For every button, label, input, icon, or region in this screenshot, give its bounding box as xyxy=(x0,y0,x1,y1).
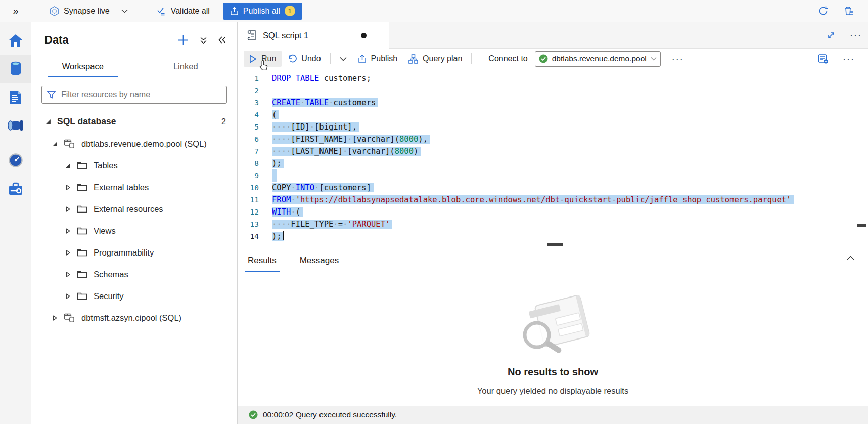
code-line[interactable]: 6····[FIRST_NAME]·[varchar](8000), xyxy=(238,133,868,145)
tree-item-views[interactable]: Views xyxy=(31,220,237,242)
tree-item-programmability[interactable]: Programmability xyxy=(31,242,237,264)
run-button[interactable]: Run xyxy=(244,51,282,67)
horizontal-scrollbar[interactable] xyxy=(547,243,563,246)
run-play-icon xyxy=(249,55,257,63)
expand-double-right-icon[interactable]: » xyxy=(0,5,31,17)
code-line[interactable]: 3CREATE·TABLE·customers xyxy=(238,97,868,109)
code-line[interactable]: 8); xyxy=(238,157,868,169)
tree-item-schemas[interactable]: Schemas xyxy=(31,264,237,285)
connection-value: dbtlabs.revenue.demo.pool xyxy=(552,54,647,63)
tree-item-label: External tables xyxy=(94,183,149,192)
double-chevron-down-icon[interactable] xyxy=(200,36,207,44)
text-cursor xyxy=(283,231,284,240)
connection-dropdown[interactable]: dbtlabs.revenue.demo.pool xyxy=(535,51,661,67)
tree-item-label: dbtmsft.azsyn.cipool (SQL) xyxy=(81,313,181,323)
refresh-icon[interactable] xyxy=(818,6,829,16)
publish-button[interactable]: Publish xyxy=(352,51,403,67)
tree-section-label: SQL database xyxy=(57,116,116,127)
code-line[interactable]: 11FROM·'https://dbtlabsynapsedatalake.bl… xyxy=(238,194,868,206)
line-number: 12 xyxy=(238,206,272,218)
folder-icon xyxy=(77,205,87,214)
tree-item-dbtlabs-revenue-demo-pool-sql[interactable]: dbtlabs.revenue.demo.pool (SQL) xyxy=(31,133,237,155)
line-number: 9 xyxy=(238,169,272,182)
code-line[interactable]: 1DROP TABLE customers; xyxy=(238,72,868,84)
status-text: 00:00:02 Query executed successfully. xyxy=(263,410,397,419)
code-line[interactable]: 9 xyxy=(238,169,868,182)
folder-icon xyxy=(77,270,87,279)
query-status-bar: 00:00:02 Query executed successfully. xyxy=(238,406,868,424)
tab-linked[interactable]: Linked xyxy=(134,57,238,77)
tab-more-ellipsis-icon[interactable]: ··· xyxy=(850,33,862,38)
code-line[interactable]: 13····FILE_TYPE·=·'PARQUET' xyxy=(238,218,868,230)
undo-arrow-icon xyxy=(287,54,297,63)
code-line[interactable]: 10COPY·INTO·[customers] xyxy=(238,182,868,194)
vertical-scrollbar[interactable] xyxy=(857,224,866,227)
line-content: ); xyxy=(272,230,284,242)
tree-collapsed-icon[interactable] xyxy=(65,272,71,277)
code-line[interactable]: 5····[ID]·[bigint], xyxy=(238,121,868,133)
resource-tree: SQL database 2 dbtlabs.revenue.demo.pool… xyxy=(31,111,237,329)
tree-collapsed-icon[interactable] xyxy=(65,228,71,234)
tree-section-sql-database[interactable]: SQL database 2 xyxy=(31,111,237,133)
sql-script-icon xyxy=(247,29,257,41)
line-content: ····[FIRST_NAME]·[varchar](8000), xyxy=(272,133,430,145)
expand-editor-icon[interactable] xyxy=(827,31,836,40)
tab-workspace[interactable]: Workspace xyxy=(31,57,134,77)
query-plan-button[interactable]: Query plan xyxy=(403,51,468,67)
tree-item-dbtmsft-azsyn-cipool-sql[interactable]: dbtmsft.azsyn.cipool (SQL) xyxy=(31,307,237,329)
validate-all-button[interactable]: Validate all xyxy=(156,7,210,16)
tree-item-label: Schemas xyxy=(94,270,128,279)
collapse-panel-icon[interactable] xyxy=(218,36,226,44)
nav-develop[interactable] xyxy=(0,83,31,111)
empty-state-subtitle: Your query yielded no displayable result… xyxy=(477,386,628,396)
code-line[interactable]: 12WITH·( xyxy=(238,206,868,218)
tree-collapsed-icon[interactable] xyxy=(52,315,58,321)
nav-integrate[interactable] xyxy=(0,111,31,140)
folder-icon xyxy=(77,292,87,301)
discard-trash-icon[interactable] xyxy=(844,6,854,16)
tree-expanded-icon[interactable] xyxy=(65,163,71,168)
tree-item-tables[interactable]: Tables xyxy=(31,155,237,177)
add-plus-icon[interactable] xyxy=(178,35,189,46)
collapse-chevron-up-icon[interactable] xyxy=(846,256,855,261)
filter-resources-input[interactable] xyxy=(60,90,221,100)
tree-item-external-resources[interactable]: External resources xyxy=(31,198,237,220)
script-settings-icon[interactable] xyxy=(818,54,829,64)
nav-home[interactable] xyxy=(0,26,31,55)
filter-funnel-icon xyxy=(47,91,56,99)
sql-code-editor[interactable]: 1DROP TABLE customers;23CREATE·TABLE·cus… xyxy=(238,69,868,248)
line-number: 13 xyxy=(238,218,272,230)
line-content xyxy=(272,169,277,182)
line-content: ····FILE_TYPE·=·'PARQUET' xyxy=(272,218,392,230)
nav-monitor[interactable] xyxy=(0,146,31,175)
line-content: FROM·'https://dbtlabsynapsedatalake.blob… xyxy=(272,194,794,206)
tree-collapsed-icon[interactable] xyxy=(65,185,71,190)
tree-expanded-icon[interactable] xyxy=(45,119,51,124)
folder-icon xyxy=(77,161,87,170)
nav-manage[interactable] xyxy=(0,175,31,203)
line-number: 14 xyxy=(238,230,272,242)
tab-messages[interactable]: Messages xyxy=(297,250,342,272)
run-options-chevron[interactable] xyxy=(334,53,352,65)
tree-collapsed-icon[interactable] xyxy=(65,206,71,212)
code-line[interactable]: 7····[LAST_NAME]·[varchar](8000) xyxy=(238,145,868,157)
code-line[interactable]: 2 xyxy=(238,84,868,97)
synapse-live-selector[interactable]: Synapse live xyxy=(50,6,128,16)
tab-sql-script-1[interactable]: SQL script 1 xyxy=(238,22,389,49)
tree-expanded-icon[interactable] xyxy=(52,141,58,147)
publish-all-button[interactable]: Publish all 1 xyxy=(223,3,302,20)
tree-item-security[interactable]: Security xyxy=(31,285,237,307)
toolbar-more-ellipsis-icon[interactable]: ··· xyxy=(672,56,684,61)
tree-collapsed-icon[interactable] xyxy=(65,293,71,299)
empty-state-title: No results to show xyxy=(508,366,598,378)
line-content: ····[ID]·[bigint], xyxy=(272,121,359,133)
line-content: ( xyxy=(272,109,279,121)
undo-button[interactable]: Undo xyxy=(282,51,326,67)
code-line[interactable]: 14); xyxy=(238,230,868,242)
nav-data[interactable] xyxy=(0,55,31,83)
tree-collapsed-icon[interactable] xyxy=(65,250,71,256)
code-line[interactable]: 4( xyxy=(238,109,868,121)
tab-results[interactable]: Results xyxy=(245,250,280,272)
tree-item-external-tables[interactable]: External tables xyxy=(31,177,237,198)
editor-more-ellipsis-icon[interactable]: ··· xyxy=(843,56,855,61)
